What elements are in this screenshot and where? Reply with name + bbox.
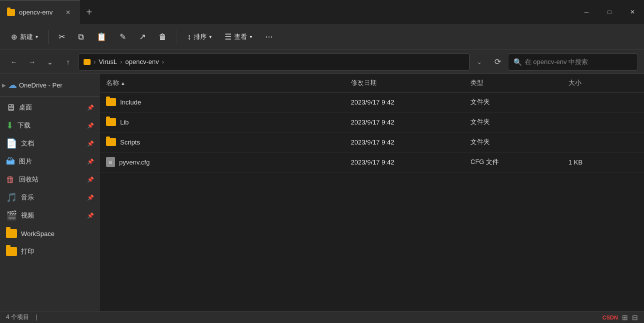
paste-button[interactable]: 📋 [92,30,112,44]
status-list-icon: ⊟ [632,314,638,322]
sidebar-item-desktop[interactable]: 🖥 桌面 📌 [0,98,100,116]
address-dropdown-button[interactable]: ⌄ [472,54,487,70]
address-sep-2: › [120,58,122,66]
recent-icon: ⌄ [47,58,53,66]
file-name: pyvenv.cfg [119,158,150,166]
new-tab-button[interactable]: + [80,3,98,21]
new-dropdown-icon: ▾ [36,34,38,40]
sort-button[interactable]: ↕ 排序 ▾ [182,30,217,44]
file-name-cell: Lib [100,112,345,132]
back-button[interactable]: ← [6,54,22,70]
trash-icon: 🗑 [6,174,15,185]
print-folder-icon [6,247,17,256]
music-label: 音乐 [21,193,34,202]
col-name[interactable]: 名称 [100,74,345,92]
table-row[interactable]: ▤ pyvenv.cfg 2023/9/17 9:42 CFG 文件 1 KB [100,152,644,172]
file-size [562,92,644,112]
share-button[interactable]: ↗ [134,30,151,44]
rename-button[interactable]: ✎ [115,30,131,44]
recent-button[interactable]: ⌄ [42,54,58,70]
item-count: 4 个项目 [6,314,29,320]
file-name: Include [120,98,141,106]
refresh-button[interactable]: ⟳ [489,54,506,70]
file-area: 名称 修改日期 类型 大小 Include 2023/9/17 9:42 [100,74,644,311]
file-type: 文件夹 [464,92,562,112]
status-separator: ｜ [34,314,40,320]
address-bar[interactable]: › VirusL › opencv-env › [78,54,470,70]
view-label: 查看 [234,32,247,42]
file-name: Lib [120,118,129,126]
file-row-name: ▤ pyvenv.cfg [106,157,339,167]
copy-button[interactable]: ⧉ [73,30,89,44]
window-controls: ─ □ ✕ [575,0,644,24]
status-right: CSDN ⊞ ⊟ [602,314,638,322]
sidebar-item-print[interactable]: 打印 [0,242,100,260]
table-row[interactable]: Lib 2023/9/17 9:42 文件夹 [100,112,644,132]
tab-close-button[interactable]: ✕ [63,8,73,18]
file-name-cell: Include [100,92,345,112]
share-icon: ↗ [139,32,146,42]
onedrive-item[interactable]: ▶ ☁ OneDrive - Per [0,76,100,94]
pin-icon-5: 📌 [87,176,94,183]
col-size[interactable]: 大小 [562,74,644,92]
sidebar-item-videos[interactable]: 🎬 视频 📌 [0,206,100,224]
close-button[interactable]: ✕ [621,0,644,24]
sidebar-item-downloads[interactable]: ⬇ 下载 📌 [0,116,100,134]
file-type: 文件夹 [464,112,562,132]
delete-button[interactable]: 🗑 [154,30,172,44]
col-type[interactable]: 类型 [464,74,562,92]
expand-icon: ▶ [2,82,6,88]
new-label: 新建 [20,32,33,42]
sidebar-item-workspace[interactable]: WorkSpace [0,224,100,242]
sidebar-item-documents[interactable]: 📄 文档 📌 [0,134,100,152]
file-row-name: Lib [106,118,339,126]
nav-bar: ← → ⌄ ↑ › VirusL › opencv-env › ⌄ ⟳ 🔍 在 … [0,50,644,74]
file-modified: 2023/9/17 9:42 [345,152,464,172]
folder-icon [106,138,116,146]
col-modified[interactable]: 修改日期 [345,74,464,92]
maximize-button[interactable]: □ [598,0,621,24]
new-button[interactable]: ⊕ 新建 ▾ [6,30,43,44]
minimize-button[interactable]: ─ [575,0,598,24]
sidebar-item-music[interactable]: 🎵 音乐 📌 [0,188,100,206]
view-button[interactable]: ☰ 查看 ▾ [220,30,257,44]
up-button[interactable]: ↑ [60,54,76,70]
file-type: CFG 文件 [464,152,562,172]
desktop-icon: 🖥 [6,102,15,113]
cut-icon: ✂ [59,32,65,42]
search-icon: 🔍 [513,58,522,66]
new-icon: ⊕ [11,32,18,42]
forward-icon: → [29,58,36,66]
cfg-file-icon: ▤ [106,157,115,167]
toolbar: ⊕ 新建 ▾ ✂ ⧉ 📋 ✎ ↗ 🗑 ↕ 排序 ▾ ☰ 查看 ▾ ··· [0,24,644,50]
main-content: ▶ ☁ OneDrive - Per 🖥 桌面 📌 ⬇ 下载 📌 📄 文档 📌 … [0,74,644,311]
toolbar-sep-2 [177,30,177,44]
active-tab-label: opencv-env [19,8,53,16]
file-modified: 2023/9/17 9:42 [345,112,464,132]
status-left: 4 个项目 ｜ [6,313,43,322]
pin-icon-6: 📌 [87,194,94,201]
sidebar-item-recycle[interactable]: 🗑 回收站 📌 [0,170,100,188]
more-options-button[interactable]: ··· [260,29,278,44]
table-row[interactable]: Scripts 2023/9/17 9:42 文件夹 [100,132,644,152]
file-type: 文件夹 [464,132,562,152]
view-icon: ☰ [225,32,232,42]
address-part-2: opencv-env [125,58,159,66]
documents-label: 文档 [21,139,34,148]
pin-icon-3: 📌 [87,140,94,147]
sidebar-item-pictures[interactable]: 🏔 图片 📌 [0,152,100,170]
status-grid-icon: ⊞ [622,314,628,322]
active-tab[interactable]: opencv-env ✕ [0,0,80,24]
file-row-name: Scripts [106,138,339,146]
search-placeholder: 在 opencv-env 中搜索 [525,58,588,66]
cut-button[interactable]: ✂ [54,30,70,44]
status-bar: 4 个项目 ｜ CSDN ⊞ ⊟ [0,311,644,323]
table-row[interactable]: Include 2023/9/17 9:42 文件夹 [100,92,644,112]
pin-icon: 📌 [87,104,94,111]
file-table-body: Include 2023/9/17 9:42 文件夹 Lib [100,92,644,172]
forward-button[interactable]: → [24,54,40,70]
tab-folder-icon [7,9,15,16]
search-box[interactable]: 🔍 在 opencv-env 中搜索 [508,54,638,70]
document-icon: 📄 [6,138,17,149]
file-modified: 2023/9/17 9:42 [345,92,464,112]
